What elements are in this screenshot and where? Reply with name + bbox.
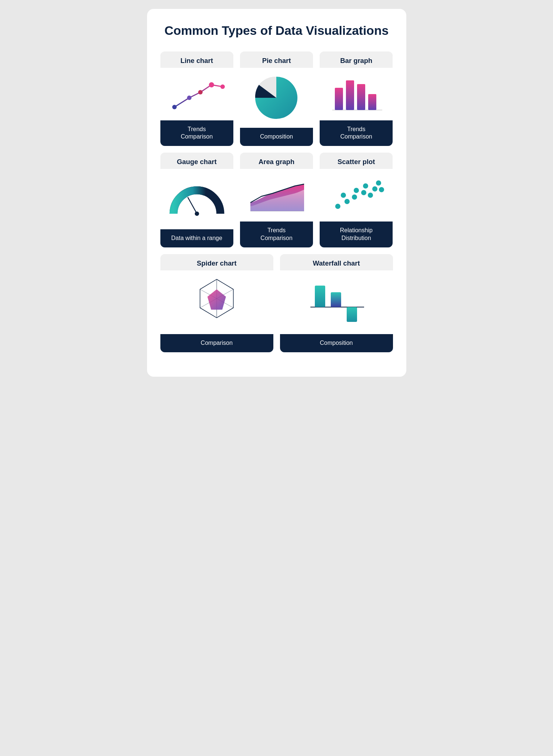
svg-rect-34 (331, 292, 341, 307)
scatter-plot-svg (327, 175, 386, 216)
area-graph-svg (247, 175, 306, 216)
svg-point-12 (194, 212, 199, 216)
card-waterfall-chart: Waterfall chart (280, 254, 393, 352)
card-spider-chart: Spider chart (160, 254, 273, 352)
svg-rect-35 (347, 307, 357, 322)
card-area-graph: Area graph (240, 153, 313, 247)
card-area-graph-title: Area graph (240, 153, 313, 169)
svg-point-21 (368, 193, 373, 198)
svg-point-19 (361, 190, 366, 195)
card-waterfall-chart-label: Composition (280, 334, 393, 352)
card-gauge-chart-label: Data within a range (160, 229, 233, 247)
card-waterfall-chart-title: Waterfall chart (280, 254, 393, 270)
row-3: Spider chart (160, 254, 393, 352)
svg-point-24 (379, 187, 384, 192)
card-pie-chart: Pie chart Composit (240, 51, 313, 146)
card-pie-chart-title: Pie chart (240, 51, 313, 68)
svg-point-4 (220, 84, 225, 89)
card-area-graph-label: TrendsComparison (240, 222, 313, 247)
svg-point-18 (354, 188, 359, 193)
card-bar-graph: Bar graph (320, 51, 393, 146)
svg-rect-7 (346, 80, 354, 110)
svg-point-14 (335, 204, 340, 209)
svg-point-15 (344, 199, 350, 204)
card-line-chart-title: Line chart (160, 51, 233, 68)
row-1: Line chart (160, 51, 393, 146)
card-spider-chart-visual (160, 270, 273, 334)
svg-rect-33 (315, 286, 325, 307)
card-pie-chart-visual (240, 68, 313, 128)
line-chart-svg (167, 74, 226, 114)
card-line-chart-visual (160, 68, 233, 120)
svg-line-11 (188, 197, 197, 214)
card-scatter-plot-title: Scatter plot (320, 153, 393, 169)
card-bar-graph-visual (320, 68, 393, 120)
svg-rect-9 (368, 94, 376, 110)
card-spider-chart-title: Spider chart (160, 254, 273, 270)
pie-chart-svg (252, 74, 300, 122)
svg-marker-29 (207, 289, 226, 310)
svg-point-16 (341, 193, 346, 198)
card-area-graph-visual (240, 169, 313, 222)
svg-point-23 (376, 180, 381, 186)
card-scatter-plot-visual (320, 169, 393, 222)
card-waterfall-chart-visual (280, 270, 393, 334)
card-bar-graph-title: Bar graph (320, 51, 393, 68)
svg-point-0 (172, 105, 177, 109)
svg-point-1 (187, 96, 191, 100)
svg-point-2 (198, 90, 203, 94)
svg-point-22 (372, 186, 377, 192)
svg-point-17 (352, 194, 357, 200)
svg-point-3 (209, 82, 214, 87)
card-pie-chart-label: Composition (240, 128, 313, 146)
row-2: Gauge chart (160, 153, 393, 247)
card-scatter-plot-label: RelationshipDistribution (320, 222, 393, 247)
card-scatter-plot: Scatter plot RelationshipDistribution (320, 153, 393, 247)
svg-rect-6 (335, 88, 343, 110)
spider-chart-svg (191, 276, 243, 328)
card-line-chart: Line chart (160, 51, 233, 146)
card-bar-graph-label: TrendsComparison (320, 120, 393, 146)
card-gauge-chart-visual (160, 169, 233, 229)
page-title: Common Types of Data Visualizations (160, 24, 393, 38)
svg-rect-8 (357, 84, 365, 110)
page-container: Common Types of Data Visualizations Line… (147, 9, 406, 377)
gauge-chart-svg (166, 179, 227, 220)
card-gauge-chart-title: Gauge chart (160, 153, 233, 169)
card-spider-chart-label: Comparison (160, 334, 273, 352)
waterfall-chart-svg (307, 278, 366, 326)
card-gauge-chart: Gauge chart (160, 153, 233, 247)
card-line-chart-label: TrendsComparison (160, 120, 233, 146)
svg-point-20 (363, 183, 368, 189)
bar-graph-svg (327, 74, 386, 114)
